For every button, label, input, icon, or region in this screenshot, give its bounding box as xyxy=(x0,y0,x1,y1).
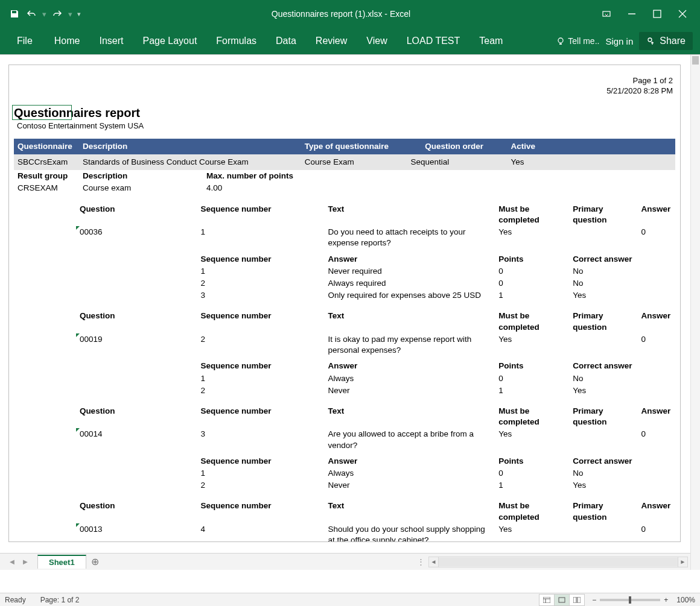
a-points-col: Points xyxy=(495,455,569,467)
tab-home[interactable]: Home xyxy=(45,28,90,54)
q-primary-col: Primary question xyxy=(569,310,637,333)
a-text: Always required xyxy=(324,277,495,289)
svg-point-4 xyxy=(648,38,652,42)
tab-page-layout[interactable]: Page Layout xyxy=(133,28,206,54)
tab-review[interactable]: Review xyxy=(306,28,357,54)
q-primary-col: Primary question xyxy=(569,500,637,523)
q-col: Question xyxy=(76,203,197,226)
q-seq: 2 xyxy=(197,333,324,356)
a-seq: 2 xyxy=(197,277,324,289)
a-ans-col: Answer xyxy=(324,253,495,265)
scroll-left-icon[interactable]: ◄ xyxy=(429,557,439,567)
a-text: Always xyxy=(324,373,495,385)
sheet-tab[interactable]: Sheet1 xyxy=(37,555,86,569)
scrollbar-thumb[interactable] xyxy=(692,56,699,65)
close-icon[interactable] xyxy=(677,8,688,19)
status-page: Page: 1 of 2 xyxy=(40,596,80,604)
tab-load-test[interactable]: LOAD TEST xyxy=(397,28,470,54)
svg-rect-8 xyxy=(559,598,565,602)
question-row: 000134Should you do your school supply s… xyxy=(14,523,675,542)
sheet-drag-handle[interactable]: ⋮ xyxy=(417,557,428,566)
minimize-icon[interactable] xyxy=(626,8,637,19)
a-points: 1 xyxy=(495,479,569,491)
q-seq-col: Sequence number xyxy=(197,203,324,226)
question-header: QuestionSequence numberTextMust be compl… xyxy=(14,203,675,226)
col-description: Description xyxy=(79,139,301,154)
answer-row: 2Never1Yes xyxy=(14,479,675,491)
report-subtitle: Contoso Entertainment System USA xyxy=(14,121,675,130)
a-text: Always xyxy=(324,467,495,479)
page-preview[interactable]: Page 1 of 2 5/21/2020 8:28 PM Questionna… xyxy=(8,65,681,542)
question-block: QuestionSequence numberTextMust be compl… xyxy=(14,310,675,397)
status-bar: Ready Page: 1 of 2 − + 100% xyxy=(0,593,700,606)
vertical-scrollbar[interactable] xyxy=(690,55,700,570)
zoom-slider[interactable] xyxy=(600,599,660,601)
a-correct: No xyxy=(569,373,675,385)
add-sheet-icon[interactable]: ⊕ xyxy=(86,554,104,570)
scroll-track[interactable] xyxy=(439,558,678,566)
a-text: Never required xyxy=(324,265,495,277)
tab-data[interactable]: Data xyxy=(266,28,306,54)
question-block: QuestionSequence numberTextMust be compl… xyxy=(14,203,675,302)
tab-team[interactable]: Team xyxy=(469,28,512,54)
share-icon xyxy=(646,36,656,46)
q-answer: 0 xyxy=(637,333,675,356)
a-correct-col: Correct answer xyxy=(569,360,675,372)
q-must: Yes xyxy=(495,333,544,356)
tab-view[interactable]: View xyxy=(357,28,396,54)
zoom-in-icon[interactable]: + xyxy=(664,596,668,604)
zoom-thumb[interactable] xyxy=(629,596,631,604)
horizontal-scrollbar[interactable]: ◄ ► xyxy=(428,557,688,567)
zoom-out-icon[interactable]: − xyxy=(592,596,596,604)
tab-insert[interactable]: Insert xyxy=(89,28,133,54)
status-ready: Ready xyxy=(5,596,26,604)
q-text-col: Text xyxy=(324,500,495,523)
view-normal-icon[interactable] xyxy=(539,594,555,606)
sheet-tab-bar: ◄ ► Sheet1 ⊕ ⋮ ◄ ► xyxy=(0,553,690,570)
a-text: Never xyxy=(324,385,495,397)
scroll-right-icon[interactable]: ► xyxy=(678,557,687,567)
rg-desc-val: Course exam xyxy=(79,182,203,194)
a-correct: No xyxy=(569,277,675,289)
bulb-icon xyxy=(556,36,565,46)
share-button[interactable]: Share xyxy=(639,32,693,50)
q-answer: 0 xyxy=(637,523,675,542)
questionnaire-row: SBCCrsExam Standards of Business Conduct… xyxy=(14,154,675,170)
question-header: QuestionSequence numberTextMust be compl… xyxy=(14,405,675,428)
sheet-next-icon[interactable]: ► xyxy=(19,556,31,568)
redo-icon[interactable] xyxy=(51,8,63,20)
sheet-prev-icon[interactable]: ◄ xyxy=(6,556,18,568)
tab-formulas[interactable]: Formulas xyxy=(206,28,266,54)
a-points: 0 xyxy=(495,467,569,479)
a-correct: Yes xyxy=(569,479,675,491)
save-icon[interactable] xyxy=(8,8,21,20)
tab-file[interactable]: File xyxy=(7,28,45,54)
ribbon: File Home Insert Page Layout Formulas Da… xyxy=(0,28,700,54)
view-page-layout-icon[interactable] xyxy=(554,594,570,606)
q-answer-col: Answer xyxy=(637,500,675,523)
sign-in[interactable]: Sign in xyxy=(599,36,639,46)
tell-me[interactable]: Tell me.. xyxy=(556,36,599,46)
q-id: 00014 xyxy=(76,428,197,451)
undo-icon[interactable] xyxy=(25,8,37,20)
q-text-col: Text xyxy=(324,310,495,333)
col-type: Type of questionnaire Question order xyxy=(301,139,508,154)
maximize-icon[interactable] xyxy=(652,8,663,19)
cell-type: Course Exam Sequential xyxy=(301,154,508,170)
q-col: Question xyxy=(76,310,197,333)
q-seq-col: Sequence number xyxy=(197,405,324,428)
view-page-break-icon[interactable] xyxy=(569,594,585,606)
result-group-header: Result group Description Max. number of … xyxy=(14,170,675,182)
answer-header: Sequence numberAnswerPointsCorrect answe… xyxy=(14,253,675,265)
rg-max-val: 4.00 xyxy=(203,182,332,194)
q-text: Should you do your school supply shoppin… xyxy=(324,523,495,542)
a-seq: 1 xyxy=(197,467,324,479)
report-title: Questionnaires report xyxy=(14,106,675,120)
ribbon-options-icon[interactable] xyxy=(601,8,612,19)
a-correct: Yes xyxy=(569,385,675,397)
tell-me-label: Tell me.. xyxy=(568,36,599,46)
question-header: QuestionSequence numberTextMust be compl… xyxy=(14,310,675,333)
qat-customize-icon[interactable]: ▾ xyxy=(77,10,81,18)
zoom-control: − + 100% xyxy=(592,596,695,604)
a-seq-col: Sequence number xyxy=(197,253,324,265)
